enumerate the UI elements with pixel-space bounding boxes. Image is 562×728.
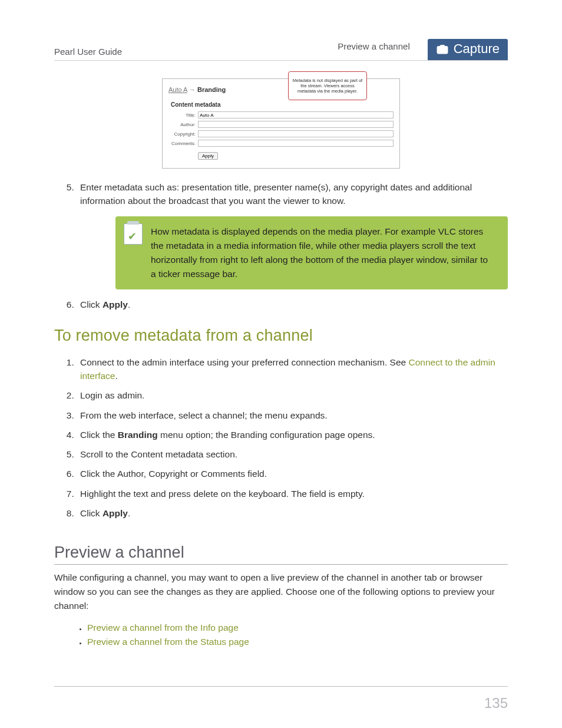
info-note-text: How metadata is displayed depends on the… [151, 226, 488, 279]
content-metadata-heading: Content metadata [171, 101, 394, 108]
rs8-post: . [128, 508, 130, 518]
callout-note: Metadata is not displayed as part of the… [288, 71, 367, 100]
step-6-post: . [128, 299, 130, 309]
camera-icon [436, 44, 449, 54]
footer-divider [54, 686, 508, 687]
page: Pearl User Guide Preview a channel Captu… [0, 0, 562, 728]
preview-link-item-1: Preview a channel from the Info page [87, 622, 508, 633]
rs1-post: . [115, 371, 117, 381]
comments-input[interactable] [198, 140, 394, 147]
breadcrumb-root: Auto A [168, 86, 187, 93]
copyright-row: Copyright: [168, 130, 394, 137]
step-6: Click Apply. [77, 298, 508, 311]
preview-intro-text: While configuring a channel, you may wan… [54, 571, 508, 613]
header-title-left: Pearl User Guide [54, 47, 122, 57]
remove-step-3: From the web interface, select a channel… [77, 409, 508, 422]
steps-continuation: Enter metadata such as: presentation tit… [54, 180, 508, 311]
rs8-pre: Click [80, 508, 103, 518]
title-label: Title: [168, 113, 198, 118]
step-5-text: Enter metadata such as: presentation tit… [80, 182, 472, 206]
title-input[interactable] [198, 111, 394, 118]
author-input[interactable] [198, 121, 394, 128]
author-label: Author: [168, 122, 198, 127]
preview-channel-heading: Preview a channel [54, 543, 508, 565]
metadata-form-figure: Metadata is not displayed as part of the… [162, 78, 400, 169]
capture-badge-label: Capture [454, 41, 500, 57]
rs1-pre: Connect to the admin interface using you… [80, 357, 408, 367]
remove-step-5: Scroll to the Content metadata section. [77, 447, 508, 461]
header-right-group: Preview a channel Capture [338, 35, 508, 57]
author-row: Author: [168, 121, 394, 128]
step-5: Enter metadata such as: presentation tit… [77, 180, 508, 289]
header-section-name: Preview a channel [338, 41, 410, 51]
remove-step-2: Login as admin. [77, 388, 508, 402]
breadcrumb-current: Branding [197, 86, 226, 93]
breadcrumb-arrow: → [189, 86, 196, 93]
remove-steps-list: Connect to the admin interface using you… [54, 355, 508, 520]
info-note: How metadata is displayed depends on the… [115, 216, 508, 289]
remove-step-1: Connect to the admin interface using you… [77, 355, 508, 383]
step-6-bold: Apply [103, 299, 128, 309]
title-row: Title: [168, 111, 394, 118]
rs4-bold: Branding [118, 430, 158, 440]
checklist-icon [124, 223, 143, 245]
comments-label: Comments: [168, 141, 198, 146]
remove-step-8: Click Apply. [77, 506, 508, 520]
page-header: Pearl User Guide Preview a channel Captu… [54, 35, 508, 61]
remove-step-7: Highlight the text and press delete on t… [77, 487, 508, 500]
preview-info-link[interactable]: Preview a channel from the Info page [87, 622, 239, 633]
step-6-pre: Click [80, 299, 103, 309]
remove-step-4: Click the Branding menu option; the Bran… [77, 428, 508, 442]
capture-badge: Capture [428, 39, 508, 60]
preview-link-item-2: Preview a channel from the Status page [87, 637, 508, 647]
preview-links-list: Preview a channel from the Info page Pre… [54, 622, 508, 647]
page-number: 135 [484, 695, 508, 711]
rs4-pre: Click the [80, 430, 118, 440]
comments-row: Comments: [168, 140, 394, 147]
rs4-post: menu option; the Branding configuration … [158, 430, 375, 440]
remove-step-6: Click the Author, Copyright or Comments … [77, 467, 508, 480]
copyright-input[interactable] [198, 130, 394, 137]
remove-metadata-heading: To remove metadata from a channel [54, 327, 508, 345]
preview-status-link[interactable]: Preview a channel from the Status page [87, 637, 249, 647]
apply-button[interactable]: Apply [198, 152, 218, 160]
rs8-bold: Apply [103, 508, 128, 518]
copyright-label: Copyright: [168, 131, 198, 137]
